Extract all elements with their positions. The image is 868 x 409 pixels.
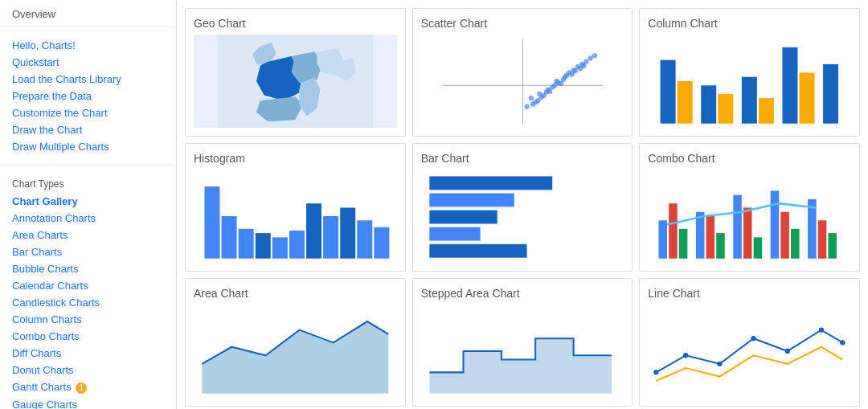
svg-rect-41 [823, 64, 838, 124]
svg-rect-61 [696, 212, 705, 259]
sidebar-link-customize[interactable]: Customize the Chart [12, 104, 164, 121]
svg-rect-64 [734, 195, 743, 259]
combo-chart-title: Combo Chart [648, 152, 851, 165]
svg-rect-56 [429, 227, 480, 241]
svg-rect-50 [340, 207, 355, 258]
svg-point-29 [572, 68, 577, 73]
geo-chart-title: Geo Chart [194, 17, 397, 30]
svg-rect-33 [661, 60, 676, 124]
line-chart-title: Line Chart [648, 287, 851, 300]
main-content: Geo Chart [177, 0, 868, 409]
svg-point-80 [819, 327, 824, 332]
area-svg [194, 305, 397, 398]
stepped-svg [421, 305, 624, 398]
gantt-badge: 1 [76, 382, 87, 394]
sidebar-item-diff-charts[interactable]: Diff Charts [0, 345, 176, 362]
sidebar-link-hello[interactable]: Hello, Charts! [12, 37, 164, 54]
sidebar-link-load-library[interactable]: Load the Charts Library [12, 71, 164, 88]
combo-chart-area [648, 170, 851, 263]
svg-rect-53 [429, 176, 552, 190]
scatter-svg [421, 35, 624, 128]
svg-point-79 [785, 349, 790, 354]
sidebar-item-gantt-charts[interactable]: Gantt Charts 1 [0, 378, 176, 396]
sidebar-link-quickstart[interactable]: Quickstart [12, 54, 164, 71]
svg-point-78 [751, 336, 756, 341]
svg-point-81 [840, 340, 845, 345]
stepped-area-chart-area [421, 305, 624, 398]
bar-chart-area [421, 170, 624, 263]
svg-marker-74 [429, 338, 612, 394]
svg-rect-45 [256, 233, 271, 259]
line-svg [648, 305, 851, 398]
svg-rect-52 [374, 227, 389, 259]
gantt-label: Gantt Charts [12, 381, 72, 393]
line-chart-card[interactable]: Line Chart [639, 278, 860, 407]
chart-grid: Geo Chart [185, 8, 860, 407]
area-chart-title: Area Chart [194, 287, 397, 300]
area-chart-card[interactable]: Area Chart [185, 278, 406, 407]
svg-rect-46 [272, 237, 288, 258]
svg-point-32 [592, 53, 596, 58]
svg-rect-39 [783, 47, 798, 124]
stepped-area-chart-title: Stepped Area Chart [421, 287, 624, 300]
combo-chart-card[interactable]: Combo Chart [639, 143, 860, 272]
sidebar-item-annotation-charts[interactable]: Annotation Charts [0, 210, 176, 227]
svg-rect-58 [659, 220, 668, 258]
sidebar-item-combo-charts[interactable]: Combo Charts [0, 328, 176, 345]
sidebar-item-bubble-charts[interactable]: Bubble Charts [0, 260, 176, 277]
bar-chart-title: Bar Chart [421, 152, 624, 165]
svg-rect-34 [678, 81, 693, 124]
sidebar-item-gauge-charts[interactable]: Gauge Charts [0, 396, 176, 409]
sidebar-item-donut-charts[interactable]: Donut Charts [0, 362, 176, 378]
sidebar-item-column-charts[interactable]: Column Charts [0, 311, 176, 328]
stepped-area-chart-card[interactable]: Stepped Area Chart [412, 278, 633, 407]
scatter-chart-card[interactable]: Scatter Chart [412, 8, 633, 137]
bar-chart-card[interactable]: Bar Chart [412, 143, 633, 272]
overview-label: Overview [0, 0, 176, 27]
sidebar-link-draw-multiple[interactable]: Draw Multiple Charts [12, 138, 164, 155]
svg-rect-35 [702, 85, 717, 123]
svg-point-24 [530, 101, 534, 106]
sidebar-divider-1 [0, 165, 176, 166]
sidebar-link-draw-chart[interactable]: Draw the Chart [12, 121, 164, 138]
geo-chart-area [194, 35, 397, 128]
scatter-chart-area [421, 35, 624, 128]
svg-rect-63 [717, 233, 726, 259]
svg-rect-55 [429, 211, 497, 224]
sidebar-item-candlestick-charts[interactable]: Candlestick Charts [0, 294, 176, 311]
svg-rect-69 [791, 229, 800, 259]
svg-rect-66 [754, 237, 763, 258]
column-chart-title: Column Chart [648, 17, 851, 30]
svg-rect-37 [742, 77, 757, 124]
svg-point-23 [583, 59, 588, 64]
sidebar-item-area-charts[interactable]: Area Charts [0, 227, 176, 243]
svg-rect-57 [429, 244, 526, 258]
svg-rect-65 [743, 207, 752, 258]
column-chart-card[interactable]: Column Chart [639, 8, 860, 137]
svg-rect-71 [818, 220, 827, 258]
area-chart-area [194, 305, 397, 398]
svg-rect-42 [204, 186, 219, 259]
svg-rect-43 [222, 216, 237, 259]
svg-point-28 [564, 72, 569, 77]
svg-point-30 [581, 63, 586, 68]
histogram-card[interactable]: Histogram [185, 143, 406, 272]
sidebar: Overview Hello, Charts! Quickstart Load … [0, 0, 177, 409]
sidebar-item-calendar-charts[interactable]: Calendar Charts [0, 277, 176, 294]
svg-rect-62 [706, 216, 715, 259]
svg-point-26 [547, 88, 552, 93]
histogram-title: Histogram [194, 152, 397, 165]
svg-rect-59 [669, 203, 678, 259]
sidebar-link-prepare-data[interactable]: Prepare the Data [12, 88, 164, 104]
svg-rect-54 [429, 194, 514, 207]
line-chart-area [648, 305, 851, 398]
bar-svg [421, 170, 624, 263]
geo-chart-svg [194, 35, 397, 128]
svg-point-20 [560, 77, 565, 82]
sidebar-item-bar-charts[interactable]: Bar Charts [0, 243, 176, 260]
svg-point-75 [653, 370, 658, 374]
sidebar-item-chart-gallery[interactable]: Chart Gallery [0, 193, 176, 210]
chart-types-heading: Chart Types [0, 172, 176, 193]
geo-chart-card[interactable]: Geo Chart [185, 8, 406, 137]
svg-point-76 [683, 353, 688, 358]
